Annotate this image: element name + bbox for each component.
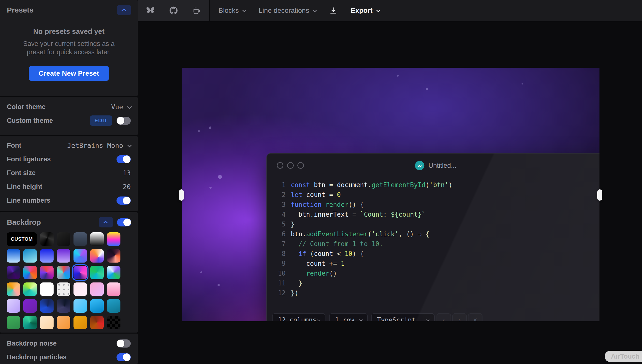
export-menu[interactable]: Export — [351, 7, 379, 14]
watermark-badge: AirTouch — [605, 351, 642, 362]
backdrop-swatch-purple-red-conic[interactable] — [40, 266, 54, 279]
line-number: 7 — [267, 239, 286, 249]
backdrop-swatch-sage-red-blue-conic[interactable] — [57, 266, 70, 279]
font-size-input[interactable]: 13 — [123, 169, 131, 177]
code-line: 8 if (count < 10) { — [267, 249, 452, 259]
blocks-menu-label: Blocks — [219, 7, 239, 14]
backdrop-noise-toggle[interactable] — [117, 340, 131, 348]
coffee-icon[interactable] — [192, 6, 201, 15]
language-select[interactable]: TypeScript — [371, 313, 435, 321]
backdrop-particles-toggle[interactable] — [117, 353, 131, 361]
backdrop-swatch-violet[interactable] — [57, 249, 70, 262]
backdrop-swatch-dark-ember-conic[interactable] — [107, 249, 121, 262]
backdrop-swatch-dark-conic[interactable] — [40, 232, 54, 246]
move-right-button[interactable]: › — [452, 313, 467, 321]
export-menu-label: Export — [351, 7, 373, 14]
backdrop-noise-label: Backdrop noise — [7, 340, 57, 347]
resize-handle-left[interactable] — [179, 189, 184, 201]
remove-block-button[interactable]: × — [468, 313, 482, 321]
chevron-up-icon — [103, 220, 108, 225]
backdrop-swatch-grid: CUSTOM — [0, 228, 138, 329]
custom-swatch-label: CUSTOM — [11, 236, 33, 242]
backdrop-swatch-teal-green-conic[interactable] — [23, 316, 37, 329]
particle — [200, 272, 202, 273]
backdrop-swatch-white[interactable] — [40, 282, 54, 296]
backdrop-swatch-deep-blue[interactable] — [40, 249, 54, 262]
code-window[interactable]: ∞ Untitled... 1const btn = document.getE… — [266, 153, 599, 321]
backdrop-swatch-teal-orange-conic[interactable] — [7, 282, 20, 296]
backdrop-swatch-lavender[interactable] — [7, 299, 20, 313]
backdrop-swatch-navy-conic[interactable] — [40, 299, 54, 313]
backdrop-swatch-magenta-orange-conic[interactable] — [90, 249, 104, 262]
backdrop-swatch-pale-pink[interactable] — [74, 282, 87, 296]
backdrop-swatch-blue-teal-purple-conic[interactable] — [74, 249, 87, 262]
backdrop-swatch-teal-lime-conic[interactable] — [23, 282, 37, 296]
backdrop-swatch-green[interactable] — [7, 316, 20, 329]
blocks-menu[interactable]: Blocks — [219, 7, 245, 14]
bluesky-icon[interactable] — [146, 6, 155, 15]
language-select-value: TypeScript — [377, 316, 416, 322]
backdrop-swatch-deep-teal[interactable] — [107, 299, 121, 313]
backdrop-swatch-dark-navy-conic[interactable] — [57, 299, 70, 313]
line-number: 12 — [267, 288, 286, 298]
line-number: 9 — [267, 259, 286, 268]
window-title: Untitled... — [428, 162, 456, 170]
columns-select[interactable]: 12 columns — [272, 313, 325, 321]
settings-sidebar: Presets No presets saved yet Save your c… — [0, 0, 138, 364]
backdrop-swatch-white-black[interactable] — [90, 232, 104, 246]
particle — [218, 175, 222, 179]
resize-handle-right[interactable] — [597, 189, 602, 201]
rows-select[interactable]: 1 row — [329, 313, 368, 321]
move-left-button[interactable]: ‹ — [436, 313, 451, 321]
custom-theme-toggle[interactable] — [117, 117, 131, 125]
backdrop-swatch-dark-purple-conic[interactable] — [7, 266, 20, 279]
backdrop-swatch-amber[interactable] — [74, 316, 87, 329]
window-minimize-circle[interactable] — [287, 162, 294, 169]
backdrop-swatch-yellow-magenta-blue[interactable] — [107, 232, 121, 246]
line-numbers-toggle[interactable] — [117, 196, 131, 204]
backdrop-swatch-cream[interactable] — [40, 316, 54, 329]
color-theme-select[interactable]: Vue — [111, 103, 131, 111]
window-maximize-circle[interactable] — [297, 162, 304, 169]
create-new-preset-button[interactable]: Create New Preset — [29, 66, 109, 81]
backdrop-swatch-blue-sky[interactable] — [7, 249, 20, 262]
font-label: Font — [7, 142, 21, 149]
window-close-circle[interactable] — [277, 162, 283, 169]
backdrop-swatch-pink-violet[interactable] — [90, 282, 104, 296]
backdrop-swatch-blue-magenta-conic[interactable] — [74, 266, 87, 279]
download-icon[interactable] — [329, 6, 337, 15]
line-height-label: Line height — [7, 183, 42, 190]
backdrop-swatch-dotted[interactable] — [57, 282, 70, 296]
backdrop-swatch-teal-blue[interactable] — [23, 249, 37, 262]
backdrop-swatch-purple[interactable] — [23, 299, 37, 313]
backdrop-swatch-blue-pink-red-conic[interactable] — [23, 266, 37, 279]
custom-theme-edit-button[interactable]: EDIT — [90, 116, 112, 126]
presets-collapse-button[interactable] — [117, 5, 131, 15]
backdrop-swatch-transparent-checker[interactable] — [107, 316, 121, 329]
particle — [209, 126, 211, 129]
backdrop-swatch-cyan-white-violet-conic[interactable] — [107, 266, 121, 279]
backdrop-extras-section: Backdrop noise Backdrop particles — [0, 334, 138, 364]
backdrop-swatch-rust-conic[interactable] — [90, 316, 104, 329]
backdrop-swatch-green-teal-conic[interactable] — [90, 266, 104, 279]
backdrop-swatch-slate[interactable] — [74, 232, 87, 246]
backdrop-swatch-sky[interactable] — [74, 299, 87, 313]
backdrop-swatch-custom[interactable]: CUSTOM — [7, 232, 37, 246]
code-line: 3function render() { — [267, 200, 452, 210]
backdrop-card: ∞ Untitled... 1const btn = document.getE… — [182, 68, 599, 321]
backdrop-toggle[interactable] — [117, 218, 131, 226]
line-height-input[interactable]: 20 — [123, 183, 131, 190]
code-editor[interactable]: 1const btn = document.getElementById('bt… — [267, 180, 452, 298]
backdrop-swatch-pink[interactable] — [107, 282, 121, 296]
window-controls — [277, 162, 304, 169]
backdrop-collapse-button[interactable] — [99, 217, 113, 228]
backdrop-swatch-charcoal[interactable] — [57, 232, 70, 246]
particle — [521, 83, 523, 84]
github-icon[interactable] — [169, 6, 178, 15]
backdrop-swatch-orange[interactable] — [57, 316, 70, 329]
font-select[interactable]: JetBrains Mono — [67, 142, 131, 149]
backdrop-swatch-cyan[interactable] — [90, 299, 104, 313]
line-decorations-menu[interactable]: Line decorations — [259, 7, 316, 14]
font-ligatures-toggle[interactable] — [117, 155, 131, 163]
window-title-group[interactable]: ∞ Untitled... — [415, 161, 456, 170]
